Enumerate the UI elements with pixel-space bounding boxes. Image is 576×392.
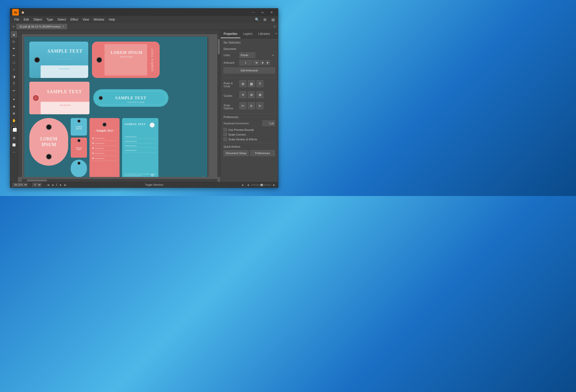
star-tool[interactable]: ✦ <box>11 96 17 103</box>
ellipse-tool[interactable]: ○ <box>11 66 17 73</box>
guides-clear-icon[interactable]: ⊠ <box>256 91 263 98</box>
zoom-dropdown[interactable]: 94.12% <box>12 183 28 187</box>
scale-corners-checkbox[interactable] <box>224 133 227 136</box>
ruler-icon[interactable]: ⊞ <box>239 80 246 87</box>
selection-tool[interactable]: ▲ <box>11 31 17 38</box>
scrollbar-horizontal-thumb[interactable] <box>27 179 47 181</box>
scrollbar-vertical-thumb[interactable] <box>218 39 220 54</box>
menu-help[interactable]: Help <box>107 17 117 22</box>
keyboard-increment-input[interactable] <box>262 121 275 126</box>
tab-close-icon[interactable]: ✕ <box>62 25 64 28</box>
menu-file[interactable]: File <box>12 17 21 22</box>
minimize-button[interactable]: ─ <box>249 9 258 16</box>
pen-tool[interactable]: ✒ <box>11 45 17 52</box>
workspace-icon[interactable]: ⊞ <box>262 17 268 23</box>
maximize-button[interactable]: ▭ <box>258 9 267 16</box>
canvas-content[interactable]: SAMPLE TEXT - - - - - - - - - - - - - - … <box>22 34 220 177</box>
menu-object[interactable]: Object <box>31 17 44 22</box>
tab-properties[interactable]: Properties <box>221 30 240 38</box>
teal-line-1: LOREM IPSUM <box>125 134 156 139</box>
artboard-prev-btn[interactable]: ◀ <box>50 183 54 187</box>
menu-type[interactable]: Type <box>45 17 55 22</box>
grid-icon[interactable]: ▦ <box>248 80 255 87</box>
play-btn[interactable]: ▶ <box>241 183 245 187</box>
hand-tool[interactable]: ✋ <box>11 117 17 124</box>
artboard-next-button[interactable]: ▶ <box>265 60 270 65</box>
brush-tool[interactable]: ✏ <box>11 52 17 59</box>
artboard-number-input[interactable] <box>239 60 252 65</box>
home-icon[interactable]: 🏠 <box>21 11 24 14</box>
banner-stack: SAMPLE TEXT YOUR TEXT IS HERE <box>93 89 168 107</box>
menu-view[interactable]: View <box>81 17 91 22</box>
artboard-select[interactable] <box>253 60 259 65</box>
menu-window[interactable]: Window <box>91 17 106 22</box>
use-preview-bounds-checkbox[interactable] <box>224 128 227 131</box>
line-item-1: ✱ Your text here <box>92 137 117 141</box>
background-color[interactable] <box>13 128 17 132</box>
scrollbar-vertical[interactable] <box>217 34 220 177</box>
scrollbar-horizontal[interactable] <box>22 179 217 182</box>
snap-icon-2[interactable]: ⊪ <box>248 102 255 109</box>
main-content: ▲ ▷ ✒ ✏ □ ○ ◑ T ↩ ✦ ◈ ⊕ ✋ ▧ ⬜ ··· <box>10 30 278 182</box>
close-button[interactable]: ✕ <box>267 9 276 16</box>
title-bar: Ai 🏠 ─ ▭ ✕ <box>10 9 278 16</box>
window-controls: ─ ▭ ✕ <box>249 9 276 16</box>
menu-effect[interactable]: Effect <box>68 17 80 22</box>
panel-expand-icon[interactable]: ≫ <box>273 30 278 38</box>
dot-grid-icon[interactable]: ⠿ <box>256 80 263 87</box>
snap-icon-1[interactable]: ⊨ <box>239 102 246 109</box>
tag-hole-tall-salmon <box>103 123 107 127</box>
snap-icons: ⊨ ⊪ ⊫ <box>239 102 263 109</box>
units-select[interactable]: Points Pixels Inches Millimeters <box>239 52 255 58</box>
tabs-expand-icon[interactable]: ≫ <box>12 25 15 28</box>
artboard-next-btn[interactable]: ▶ <box>59 183 63 187</box>
guides-lock-icon[interactable]: ⊞ <box>248 91 255 98</box>
rectangle-tool[interactable]: □ <box>11 59 17 66</box>
artboard-first-btn[interactable]: |◀ <box>46 183 50 187</box>
text-tool[interactable]: T <box>11 80 17 87</box>
small-text-1: Your text here <box>41 68 88 70</box>
timeline-slider[interactable] <box>251 184 271 185</box>
document-tab-label: 15.pdf @ 94.12 % (RGB/Preview) <box>19 25 61 28</box>
diamond-top <box>200 176 206 177</box>
artboard-last-btn[interactable]: ▶| <box>63 183 67 187</box>
keyboard-increment-row: Keyboard Increment: <box>224 121 275 126</box>
edit-artboards-button[interactable]: Edit Artboards <box>224 67 275 73</box>
left-toolbar: ▲ ▷ ✒ ✏ □ ○ ◑ T ↩ ✦ ◈ ⊕ ✋ ▧ ⬜ ··· <box>10 30 18 182</box>
scale-strokes-effects-checkbox[interactable] <box>224 138 227 141</box>
rotate-tool[interactable]: ↩ <box>11 87 17 94</box>
panel-icon[interactable]: ▤ <box>270 17 276 23</box>
snap-icon-3[interactable]: ⊫ <box>256 102 263 109</box>
more-tools[interactable]: ··· <box>11 149 17 155</box>
timeline-slider-thumb[interactable] <box>260 184 263 186</box>
search-icon[interactable]: 🔍 <box>254 17 260 23</box>
canvas-area: SAMPLE TEXT - - - - - - - - - - - - - - … <box>18 30 220 182</box>
rewind-btn[interactable]: ◀ <box>246 183 250 187</box>
tag-hole-small-2 <box>77 139 80 142</box>
artboard-tool[interactable]: ⬜ <box>11 142 17 148</box>
scroll-right-btn[interactable]: ▶ <box>272 183 276 187</box>
tab-libraries[interactable]: Libraries <box>255 30 273 38</box>
tag-tall-salmon: - Sample Text - ✱ Your text here ✱ Your … <box>89 118 120 177</box>
teal-line-4: LOREM IPSUM <box>125 148 156 152</box>
layers-panel-icon[interactable]: ▧ <box>11 135 17 141</box>
guides-show-icon[interactable]: ✛ <box>239 91 246 98</box>
tall-lines: ✱ Your text here ✱ Your text here ✱ <box>92 137 117 173</box>
tag-hole-small-1 <box>77 120 80 123</box>
panel-expand-right[interactable]: ≫ <box>273 25 276 28</box>
zoom-tool[interactable]: ⊕ <box>11 110 17 117</box>
menu-select[interactable]: Select <box>56 17 68 22</box>
document-setup-button[interactable]: Document Setup <box>224 150 249 156</box>
rotation-dropdown[interactable]: 0° <box>32 183 42 187</box>
tag-text-1: SAMPLE TEXT <box>44 49 86 54</box>
preferences-button[interactable]: Preferences <box>250 150 275 156</box>
document-tab[interactable]: 15.pdf @ 94.12 % (RGB/Preview) ✕ <box>16 24 67 29</box>
warp-tool[interactable]: ◈ <box>11 103 17 110</box>
artboard-prev-button[interactable]: ◀ <box>260 60 264 65</box>
oval-text: LOREMIPSUM <box>40 136 57 148</box>
direct-selection-tool[interactable]: ▷ <box>11 38 17 45</box>
tab-layers[interactable]: Layers <box>240 30 255 38</box>
menu-edit[interactable]: Edit <box>22 17 31 22</box>
quick-actions-row: Document Setup Preferences <box>224 150 275 156</box>
gradient-tool[interactable]: ◑ <box>11 73 17 80</box>
